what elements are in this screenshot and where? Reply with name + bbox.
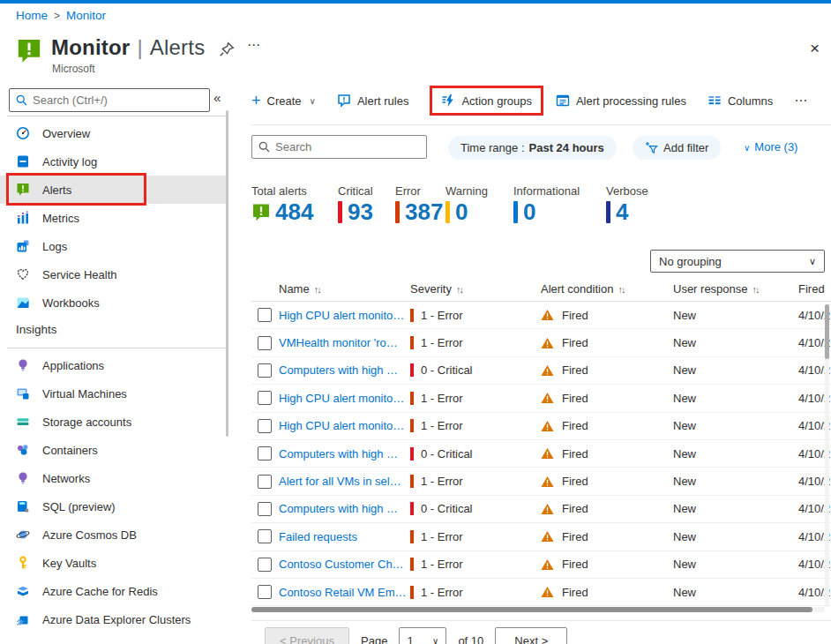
sidebar-item-networks[interactable]: Networks [0, 464, 228, 492]
stat-verbose[interactable]: Verbose 4 [606, 184, 648, 224]
table-vertical-scrollbar[interactable] [825, 304, 829, 607]
sidebar-item-azure-cache-redis[interactable]: Azure Cache for Redis [0, 577, 228, 605]
table-row: Computers with high … 0 - Critical Fired… [251, 440, 831, 468]
alert-processing-rules-icon [556, 94, 570, 108]
previous-page-button[interactable]: < Previous [265, 627, 349, 644]
alert-name-link[interactable]: High CPU alert monito… [279, 419, 404, 432]
sidebar-item-cosmos-db[interactable]: Azure Cosmos DB [0, 520, 228, 549]
create-button[interactable]: + Create ∨ [251, 94, 316, 108]
sidebar-item-storage-accounts[interactable]: Storage accounts [0, 408, 228, 436]
more-filters-link[interactable]: ∨More (3) [744, 140, 797, 154]
sidebar-item-metrics[interactable]: Metrics [0, 204, 228, 232]
scrollbar-thumb[interactable] [251, 607, 812, 612]
row-checkbox[interactable] [258, 336, 272, 350]
alert-name-link[interactable]: High CPU alert monito… [279, 392, 404, 405]
sidebar-search-input[interactable] [33, 90, 206, 110]
table-horizontal-scrollbar[interactable] [251, 607, 825, 612]
table-row: Failed requests 1 - Error Fired New 4/10… [251, 523, 831, 550]
sidebar-collapse-icon[interactable]: « [213, 90, 221, 105]
sidebar-item-containers[interactable]: Containers [0, 436, 228, 464]
fired-warning-icon [541, 447, 554, 460]
stat-critical[interactable]: Critical 93 [338, 184, 395, 224]
row-checkbox[interactable] [258, 391, 272, 405]
row-checkbox[interactable] [258, 363, 272, 378]
toolbar-more-icon[interactable]: ⋯ [794, 93, 808, 109]
fired-warning-icon [541, 586, 554, 598]
plus-icon: + [251, 94, 261, 108]
row-checkbox[interactable] [258, 475, 272, 489]
severity-value: 1 - Error [421, 530, 463, 543]
column-header-user-response[interactable]: User response↑↓ [673, 282, 798, 296]
next-page-button[interactable]: Next > [495, 627, 567, 644]
alert-rules-icon [337, 94, 351, 108]
sidebar-item-virtual-machines[interactable]: Virtual Machines [0, 379, 228, 408]
sidebar-item-sql[interactable]: SQL (preview) [0, 492, 228, 520]
row-checkbox[interactable] [258, 308, 272, 322]
columns-label: Columns [728, 94, 773, 108]
pin-icon[interactable] [219, 41, 235, 57]
alert-name-link[interactable]: Contoso Retail VM Em… [279, 586, 407, 599]
page-title-pipe: | [137, 35, 142, 59]
alert-name-link[interactable]: Contoso Customer Ch… [279, 558, 404, 571]
page-number-select[interactable]: 1 ∨ [399, 627, 446, 644]
alert-name-link[interactable]: VMHealth monitor 'ro… [279, 336, 398, 349]
sidebar-item-applications[interactable]: Applications [0, 351, 228, 379]
alert-condition-value: Fired [562, 392, 588, 405]
sidebar-item-label: Service Health [42, 268, 117, 281]
sidebar-item-overview[interactable]: Overview [0, 119, 228, 147]
close-icon[interactable]: × [810, 39, 820, 58]
sidebar-item-alerts[interactable]: Alerts [0, 176, 228, 204]
stat-total-alerts[interactable]: Total alerts 484 [251, 184, 338, 224]
header-more-icon[interactable]: ⋯ [247, 37, 261, 53]
scrollbar-thumb[interactable] [825, 304, 829, 359]
breadcrumb-monitor-link[interactable]: Monitor [66, 9, 106, 22]
table-row: Contoso Retail VM Em… 1 - Error Fired Ne… [251, 579, 831, 606]
sidebar-item-service-health[interactable]: Service Health [0, 260, 228, 288]
alert-name-link[interactable]: Computers with high … [279, 447, 398, 461]
alert-name-link[interactable]: Failed requests [279, 530, 357, 543]
time-range-filter[interactable]: Time range : Past 24 hours [448, 136, 617, 160]
breadcrumb-home-link[interactable]: Home [16, 9, 48, 22]
toolbar-divider [251, 124, 831, 125]
table-row: Alert for all VMs in sel… 1 - Error Fire… [251, 468, 831, 495]
column-header-fired[interactable]: Fired [798, 282, 831, 296]
stat-informational[interactable]: Informational 0 [513, 184, 606, 224]
alert-condition-value: Fired [562, 586, 588, 599]
row-checkbox[interactable] [258, 446, 272, 461]
alert-name-link[interactable]: Computers with high … [279, 502, 398, 515]
alerts-search-input[interactable] [275, 137, 423, 157]
row-checkbox[interactable] [258, 529, 272, 543]
sidebar-scrollbar[interactable] [226, 110, 228, 437]
alert-processing-rules-button[interactable]: Alert processing rules [556, 94, 686, 108]
severity-value: 1 - Error [421, 336, 463, 349]
columns-button[interactable]: Columns [707, 94, 773, 108]
sidebar-item-activity-log[interactable]: Activity log [0, 147, 228, 176]
alert-rules-button[interactable]: Alert rules [337, 94, 409, 108]
row-checkbox[interactable] [258, 419, 272, 433]
alerts-search-box [251, 135, 427, 159]
alert-name-link[interactable]: Alert for all VMs in sel… [279, 475, 401, 488]
add-filter-button[interactable]: Add filter [633, 136, 721, 160]
action-groups-button[interactable]: Action groups [430, 86, 543, 116]
user-response-value: New [673, 336, 696, 349]
sidebar-item-label: Key Vaults [42, 557, 96, 570]
sidebar-item-data-explorer[interactable]: Azure Data Explorer Clusters [0, 605, 228, 633]
column-header-alert-condition[interactable]: Alert condition↑↓ [541, 282, 673, 296]
stat-error[interactable]: Error 387 [395, 184, 445, 224]
sidebar-item-key-vaults[interactable]: Key Vaults [0, 549, 228, 577]
severity-value: 0 - Critical [421, 502, 473, 515]
grouping-dropdown[interactable]: No grouping ∨ [650, 250, 825, 273]
activity-log-icon [16, 154, 30, 168]
sidebar-item-workbooks[interactable]: Workbooks [0, 288, 228, 317]
column-header-name[interactable]: Name↑↓ [279, 282, 410, 296]
row-checkbox[interactable] [258, 585, 272, 599]
row-checkbox[interactable] [258, 502, 272, 516]
stat-label: Error [395, 184, 445, 198]
sidebar-item-logs[interactable]: Logs [0, 232, 228, 260]
row-checkbox[interactable] [258, 558, 272, 572]
column-header-severity[interactable]: Severity↑↓ [410, 282, 541, 296]
alert-condition-value: Fired [562, 309, 588, 322]
alert-name-link[interactable]: Computers with high … [279, 363, 398, 377]
stat-warning[interactable]: Warning 0 [445, 184, 513, 224]
alert-name-link[interactable]: High CPU alert monito… [279, 309, 404, 322]
